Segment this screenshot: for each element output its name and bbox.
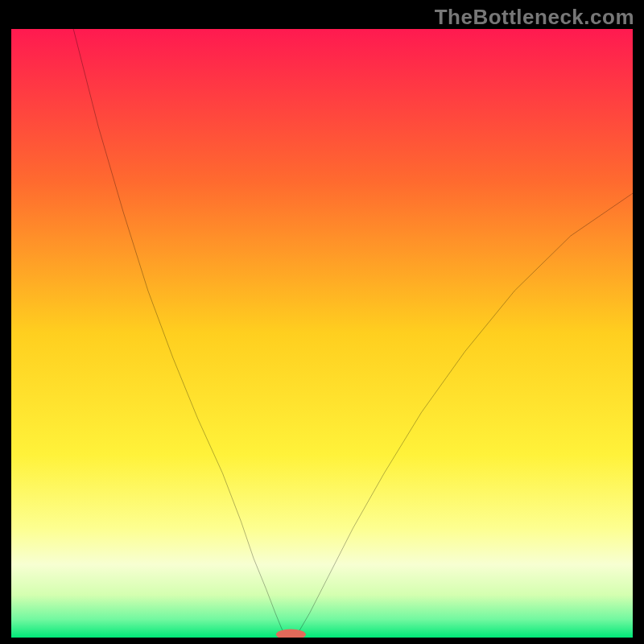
watermark-text: TheBottleneck.com <box>435 5 634 30</box>
plot-background <box>11 29 633 638</box>
chart-frame: TheBottleneck.com <box>0 0 644 644</box>
bottleneck-chart <box>11 29 633 638</box>
